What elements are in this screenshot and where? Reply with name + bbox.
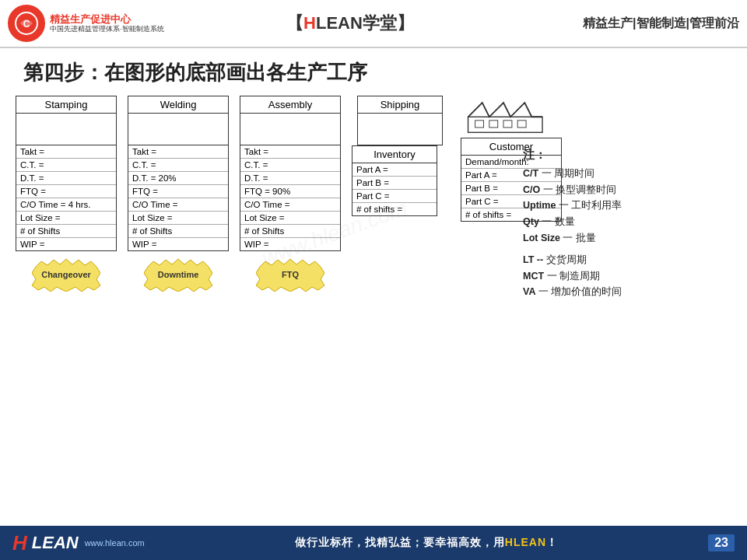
stamping-shifts: # of Shifts bbox=[16, 225, 116, 238]
footer-url: www.hlean.com bbox=[85, 538, 145, 548]
assembly-lot: Lot Size = bbox=[240, 212, 340, 225]
stamping-info: Takt = C.T. = D.T. = FTQ = C/O Time = 4 … bbox=[16, 145, 117, 251]
assembly-takt: Takt = bbox=[240, 145, 340, 159]
svg-rect-9 bbox=[517, 121, 526, 128]
note-lotsize-key: Lot Size bbox=[523, 233, 560, 243]
assembly-co: C/O Time = bbox=[240, 198, 340, 212]
note-va-dash: 一 bbox=[538, 286, 549, 297]
inv-parta: Part A = bbox=[352, 163, 437, 177]
process-box-stamping: Stamping bbox=[16, 96, 117, 145]
note-mct-val: 制造周期 bbox=[559, 271, 600, 282]
logo-cn-title: 精益生产促进中心 bbox=[50, 13, 164, 26]
footer-logo: H LEAN www.hlean.com bbox=[12, 531, 145, 555]
assembly-dt: D.T. = bbox=[240, 172, 340, 185]
logo-text-block: 精益生产促进中心 中国先进精益管理体系·智能制造系统 bbox=[50, 13, 164, 33]
note-ct-dash: 一 bbox=[542, 168, 552, 179]
note-lotsize-val: 批量 bbox=[576, 233, 596, 243]
welding-info: Takt = C.T. = D.T. = 20% FTQ = C/O Time … bbox=[128, 145, 229, 251]
header: C 精益生产促进中心 中国先进精益管理体系·智能制造系统 【HLEAN学堂】 精… bbox=[0, 0, 747, 48]
stamping-lot: Lot Size = bbox=[16, 212, 116, 225]
welding-lot: Lot Size = bbox=[128, 212, 228, 225]
welding-body bbox=[128, 114, 228, 145]
welding-shifts: # of Shifts bbox=[128, 225, 228, 238]
stamping-wip: WIP = bbox=[16, 238, 116, 250]
svg-rect-7 bbox=[489, 121, 498, 128]
process-box-assembly: Assembly bbox=[240, 96, 341, 145]
note-uptime-dash: 一 bbox=[559, 200, 569, 211]
welding-wip: WIP = bbox=[128, 238, 228, 250]
stamping-co: C/O Time = 4 hrs. bbox=[16, 198, 116, 212]
welding-ftq: FTQ = bbox=[128, 185, 228, 198]
note-mct-key: MCT bbox=[523, 271, 544, 282]
welding-dt: D.T. = 20% bbox=[128, 172, 228, 185]
shipping-body bbox=[358, 114, 442, 145]
footer-slogan-end: ！ bbox=[546, 536, 558, 548]
note-ct-val: 周期时间 bbox=[554, 168, 594, 179]
notes-title: 注： bbox=[523, 148, 733, 163]
process-box-shipping: Shipping bbox=[357, 96, 443, 145]
inventory-title: Inventory bbox=[352, 146, 437, 163]
header-bracket-close: 】 bbox=[397, 13, 414, 33]
stamping-takt: Takt = bbox=[16, 145, 116, 159]
footer-slogan: 做行业标杆，找精弘益；要幸福高效，用HLEAN！ bbox=[145, 536, 708, 550]
welding-takt: Takt = bbox=[128, 145, 228, 159]
stamping-title: Stamping bbox=[16, 96, 116, 114]
svg-text:C: C bbox=[23, 19, 30, 30]
note-va-val: 增加价值的时间 bbox=[551, 286, 622, 297]
assembly-body bbox=[240, 114, 340, 145]
burst-shape-changeover: Changeover bbox=[32, 257, 100, 292]
burst-downtime-label: Downtime bbox=[158, 270, 199, 279]
stamping-ct: C.T. = bbox=[16, 159, 116, 172]
logo-area: C 精益生产促进中心 中国先进精益管理体系·智能制造系统 bbox=[8, 5, 179, 42]
assembly-wip: WIP = bbox=[240, 238, 340, 250]
footer: H LEAN www.hlean.com 做行业标杆，找精弘益；要幸福高效，用H… bbox=[0, 526, 747, 560]
footer-logo-lean: LEAN bbox=[32, 533, 79, 553]
note-lt-val: 交货周期 bbox=[546, 254, 587, 265]
svg-rect-6 bbox=[475, 121, 484, 128]
note-uptime: Uptime 一 工时利用率 bbox=[523, 198, 733, 214]
note-mct: MCT 一 制造周期 bbox=[523, 268, 733, 285]
burst-ftq: FTQ bbox=[256, 257, 324, 292]
svg-rect-8 bbox=[503, 121, 512, 128]
factory-icon bbox=[461, 96, 546, 135]
note-uptime-val: 工时利用率 bbox=[571, 200, 622, 211]
process-col-welding: Welding Takt = C.T. = D.T. = 20% FTQ = C… bbox=[128, 96, 229, 292]
logo-cn-sub: 中国先进精益管理体系·智能制造系统 bbox=[50, 25, 164, 33]
note-qty-dash: 一 bbox=[542, 216, 552, 227]
shipping-title: Shipping bbox=[358, 96, 442, 114]
note-qty-val: 数量 bbox=[555, 216, 575, 227]
header-right: 精益生产|智能制造|管理前沿 bbox=[521, 16, 739, 32]
assembly-ftq: FTQ = 90% bbox=[240, 185, 340, 198]
welding-ct: C.T. = bbox=[128, 159, 228, 172]
assembly-info: Takt = C.T. = D.T. = FTQ = 90% C/O Time … bbox=[240, 145, 341, 251]
burst-downtime: Downtime bbox=[144, 257, 212, 292]
assembly-title: Assembly bbox=[240, 96, 340, 114]
svg-rect-5 bbox=[468, 117, 542, 132]
welding-co: C/O Time = bbox=[128, 198, 228, 212]
burst-changeover-label: Changeover bbox=[41, 270, 91, 279]
note-co-dash: 一 bbox=[543, 184, 553, 195]
assembly-ct: C.T. = bbox=[240, 159, 340, 172]
note-va-key: VA bbox=[523, 286, 535, 297]
burst-changeover: Changeover bbox=[32, 257, 100, 292]
note-ct-key: C/T bbox=[523, 168, 538, 179]
note-co-key: C/O bbox=[523, 184, 540, 195]
note-co: C/O 一 换型调整时间 bbox=[523, 182, 733, 198]
process-col-assembly: Assembly Takt = C.T. = D.T. = FTQ = 90% … bbox=[240, 96, 341, 292]
header-center: 【HLEAN学堂】 bbox=[179, 12, 521, 35]
note-qty: Qty 一 数量 bbox=[523, 214, 733, 230]
inventory-box: Inventory Part A = Part B = Part C = # o… bbox=[352, 145, 437, 216]
footer-slogan-brand: HLEAN bbox=[505, 536, 546, 548]
burst-ftq-label: FTQ bbox=[282, 270, 299, 279]
footer-page: 23 bbox=[708, 534, 735, 551]
header-lean: LEAN bbox=[316, 13, 363, 33]
process-col-stamping: Stamping Takt = C.T. = D.T. = FTQ = C/O … bbox=[16, 96, 117, 292]
inv-partb: Part B = bbox=[352, 177, 437, 190]
header-h: H bbox=[303, 13, 316, 33]
inv-shifts: # of shifts = bbox=[352, 203, 437, 215]
note-lt: LT -- 交货周期 bbox=[523, 252, 733, 268]
note-co-val: 换型调整时间 bbox=[556, 184, 616, 195]
process-col-shipping: Shipping Inventory Part A = Part B = Par… bbox=[352, 96, 448, 292]
header-bracket-open: 【 bbox=[286, 13, 303, 33]
stamping-body bbox=[16, 114, 116, 145]
